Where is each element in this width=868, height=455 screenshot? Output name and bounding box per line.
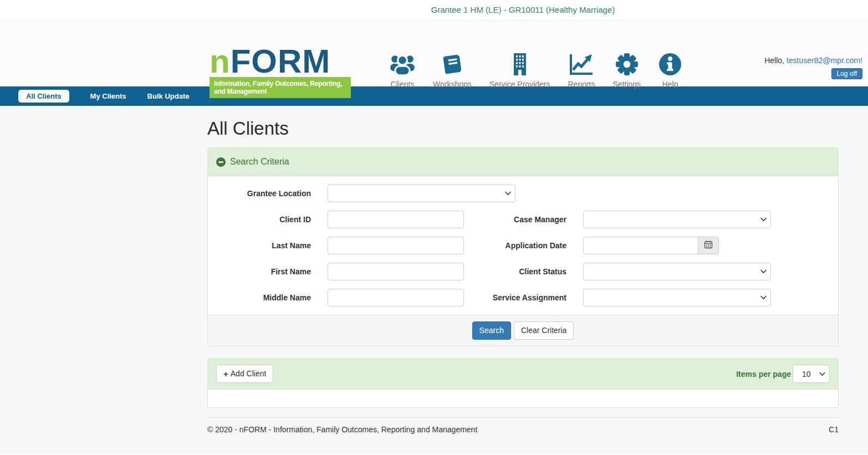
content-area: All Clients Search Criteria Grantee Loca… <box>0 106 868 454</box>
results-panel: + Add Client Items per page 10 <box>207 358 839 408</box>
user-email-link[interactable]: testuser82@mpr.com! <box>787 56 862 65</box>
clients-tab-bar: All Clients My Clients Bulk Update <box>0 86 868 106</box>
nav-label: Help <box>662 80 678 89</box>
application-date-label: Application Date <box>464 241 566 250</box>
service-assignment-select[interactable] <box>583 289 771 306</box>
results-empty-body <box>208 390 838 407</box>
nav-clients[interactable]: Clients <box>390 52 415 89</box>
results-toolbar: + Add Client Items per page 10 <box>208 359 838 390</box>
gear-icon <box>615 52 639 77</box>
copyright-text: © 2020 - nFORM - Information, Family Out… <box>207 425 477 434</box>
case-manager-select[interactable] <box>583 211 771 228</box>
nav-settings[interactable]: Settings <box>613 52 641 89</box>
clear-criteria-button[interactable]: Clear Criteria <box>514 321 574 340</box>
users-icon <box>390 52 415 77</box>
application-date-group <box>583 237 719 254</box>
page-title: All Clients <box>207 106 839 139</box>
grantee-strip: Grantee 1 HM (LE) - GR10011 (Healthy Mar… <box>0 0 868 21</box>
grantee-location-select[interactable] <box>328 185 515 202</box>
book-icon <box>441 52 464 77</box>
first-name-label: First Name <box>208 267 311 276</box>
items-per-page-group: Items per page 10 <box>736 365 830 383</box>
log-off-button[interactable]: Log off <box>831 68 862 79</box>
user-area: Hello, testuser82@mpr.com! Log off <box>764 56 862 79</box>
logo-wordmark: nFORM <box>210 45 351 77</box>
first-name-input[interactable] <box>328 263 464 280</box>
nav-label: Clients <box>391 80 415 89</box>
nav-label: Service Providers <box>489 80 550 89</box>
main-nav: Clients Workshops <box>390 52 682 89</box>
nav-workshops[interactable]: Workshops <box>433 52 472 89</box>
search-criteria-panel: Search Criteria Grantee Location Client … <box>207 147 839 346</box>
info-icon <box>658 52 682 77</box>
building-icon <box>509 52 531 77</box>
last-name-label: Last Name <box>208 241 311 250</box>
nform-logo[interactable]: nFORM Information, Family Outcomes, Repo… <box>210 45 351 98</box>
search-actions: Search Clear Criteria <box>208 315 838 346</box>
chart-icon <box>569 52 594 77</box>
collapse-icon[interactable] <box>216 157 226 167</box>
logo-tagline: Information, Family Outcomes, Reporting,… <box>210 77 351 98</box>
client-id-label: Client ID <box>208 215 311 224</box>
tab-bulk-update[interactable]: Bulk Update <box>147 92 190 100</box>
calendar-button[interactable] <box>698 237 719 254</box>
nav-label: Workshops <box>433 80 472 89</box>
nav-reports[interactable]: Reports <box>568 52 595 89</box>
items-per-page-select[interactable]: 10 <box>793 365 830 383</box>
last-name-input[interactable] <box>328 237 464 254</box>
plus-icon: + <box>223 370 228 378</box>
nform-app: Grantee 1 HM (LE) - GR10011 (Healthy Mar… <box>0 0 868 455</box>
middle-name-input[interactable] <box>328 289 464 306</box>
footer: © 2020 - nFORM - Information, Family Out… <box>207 418 839 434</box>
search-criteria-body: Grantee Location Client ID Case Manager <box>208 176 838 306</box>
client-status-select[interactable] <box>583 263 771 280</box>
client-id-input[interactable] <box>328 211 464 228</box>
nav-label: Reports <box>568 80 595 89</box>
add-client-button[interactable]: + Add Client <box>216 365 273 383</box>
service-assignment-label: Service Assignment <box>464 293 566 302</box>
items-per-page-label: Items per page <box>736 370 791 379</box>
search-criteria-title: Search Criteria <box>230 157 289 167</box>
middle-name-label: Middle Name <box>208 293 311 302</box>
page-code: C1 <box>829 425 839 434</box>
calendar-icon <box>704 240 713 251</box>
search-button[interactable]: Search <box>472 321 511 340</box>
nav-label: Settings <box>613 80 641 89</box>
application-date-input[interactable] <box>583 237 698 254</box>
search-criteria-header[interactable]: Search Criteria <box>208 148 838 176</box>
client-status-label: Client Status <box>464 267 566 276</box>
greeting-text: Hello, <box>764 56 787 65</box>
tab-all-clients[interactable]: All Clients <box>18 90 69 103</box>
case-manager-label: Case Manager <box>464 215 566 224</box>
grantee-name: Grantee 1 HM (LE) - GR10011 (Healthy Mar… <box>431 5 615 14</box>
grantee-location-label: Grantee Location <box>208 189 311 198</box>
nav-service-providers[interactable]: Service Providers <box>489 52 550 89</box>
tab-my-clients[interactable]: My Clients <box>90 92 126 100</box>
nav-help[interactable]: Help <box>658 52 682 89</box>
header: nFORM Information, Family Outcomes, Repo… <box>0 21 868 86</box>
